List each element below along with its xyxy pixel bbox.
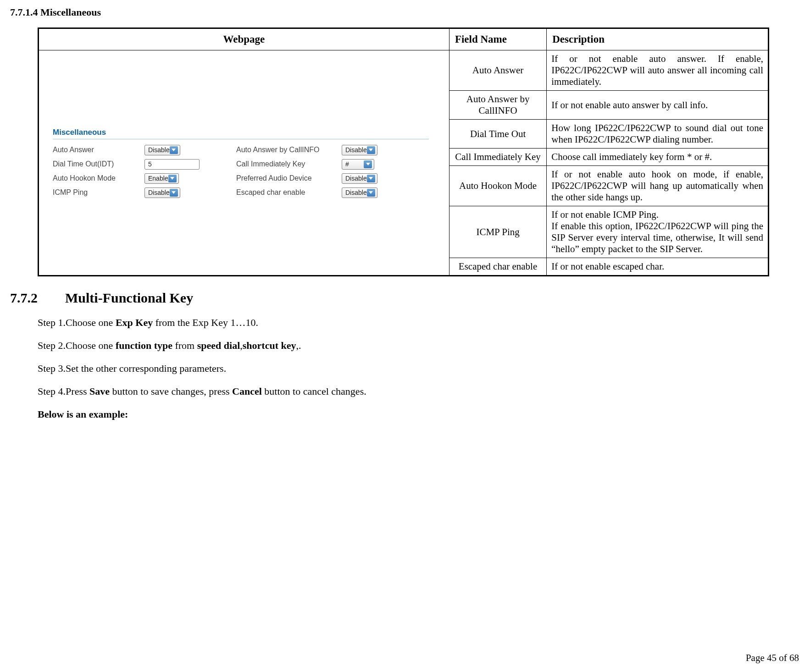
label-preferred-audio: Preferred Audio Device [236, 174, 342, 182]
step-4: Step 4.Press Save button to save changes… [38, 386, 800, 397]
heading-7-7-2: 7.7.2Multi-Functional Key [10, 290, 800, 306]
svg-marker-5 [172, 191, 176, 194]
svg-marker-1 [369, 149, 373, 151]
select-auto-hookon-value: Enable [148, 175, 168, 182]
misc-table: Webpage Field Name Description Miscellan… [38, 28, 769, 276]
step-1-text-a: Step 1.Choose one [38, 317, 116, 328]
heading-7-7-2-title: Multi-Functional Key [65, 290, 193, 305]
screenshot-section-title: Miscellaneous [53, 128, 429, 139]
label-auto-answer-callinfo: Auto Answer by CallINFO [236, 146, 342, 154]
svg-marker-3 [170, 177, 174, 180]
chevron-down-icon [364, 160, 372, 168]
step-2-text-c: from [172, 340, 197, 351]
select-auto-answer[interactable]: Disable [144, 145, 180, 155]
select-icmp-ping-value: Disable [148, 189, 170, 196]
desc-call-immediately-key: Choose call immediately key form * or #. [547, 149, 769, 166]
step-4-bold-b: Save [89, 386, 110, 397]
webpage-screenshot: Miscellaneous Auto Answer Disable Auto A… [44, 87, 438, 239]
select-escaped-char[interactable]: Disable [342, 187, 377, 198]
step-4-text-a: Step 4.Press [38, 386, 89, 397]
label-icmp-ping: ICMP Ping [53, 188, 144, 197]
desc-auto-answer-callinfo: If or not enable auto answer by call inf… [547, 91, 769, 120]
field-auto-answer-callinfo: Auto Answer by CallINFO [449, 91, 546, 120]
label-escaped-char: Escaped char enable [236, 188, 342, 197]
input-dial-time-out[interactable]: 5 [144, 159, 200, 170]
step-1-bold: Exp Key [116, 317, 153, 328]
desc-icmp-ping: If or not enable ICMP Ping. If enable th… [547, 206, 769, 258]
step-4-text-e: button to cancel changes. [262, 386, 366, 397]
heading-7-7-1-4: 7.7.1.4 Miscellaneous [10, 6, 800, 18]
step-2-bold-f: shortcut key [243, 340, 296, 351]
chevron-down-icon [168, 175, 177, 182]
below-example: Below is an example: [38, 408, 800, 420]
step-2-text-a: Step 2.Choose one [38, 340, 116, 351]
th-webpage: Webpage [39, 28, 449, 50]
chevron-down-icon [170, 146, 178, 154]
step-2-bold-d: speed dial [197, 340, 240, 351]
select-icmp-ping[interactable]: Disable [144, 187, 180, 198]
screenshot-form-grid: Auto Answer Disable Auto Answer by CallI… [53, 145, 429, 198]
page-footer: Page 45 of 68 [746, 652, 799, 664]
label-dial-time-out: Dial Time Out(IDT) [53, 160, 144, 168]
desc-auto-answer: If or not enable auto answer. If enable,… [547, 50, 769, 91]
webpage-screenshot-cell: Miscellaneous Auto Answer Disable Auto A… [39, 50, 449, 276]
select-auto-hookon[interactable]: Enable [144, 173, 179, 184]
field-dial-time-out: Dial Time Out [449, 120, 546, 149]
desc-auto-hookon: If or not enable auto hook on mode, if e… [547, 166, 769, 206]
chevron-down-icon [367, 175, 375, 182]
step-2-text-g: ,. [296, 340, 301, 351]
select-call-immediately-key[interactable]: # [342, 159, 374, 170]
field-auto-hookon: Auto Hookon Mode [449, 166, 546, 206]
svg-marker-0 [172, 149, 176, 151]
desc-dial-time-out: How long IP622C/IP622CWP to sound dial o… [547, 120, 769, 149]
field-escaped-char: Escaped char enable [449, 258, 546, 276]
svg-marker-2 [366, 163, 370, 165]
svg-marker-4 [369, 177, 373, 180]
heading-7-7-2-number: 7.7.2 [10, 290, 65, 306]
th-field: Field Name [449, 28, 546, 50]
step-4-bold-d: Cancel [232, 386, 262, 397]
step-2-bold-b: function type [116, 340, 172, 351]
field-icmp-ping: ICMP Ping [449, 206, 546, 258]
step-1: Step 1.Choose one Exp Key from the Exp K… [38, 317, 800, 329]
field-auto-answer: Auto Answer [449, 50, 546, 91]
label-auto-answer: Auto Answer [53, 146, 144, 154]
step-3: Step 3.Set the other corresponding param… [38, 363, 800, 375]
label-call-immediately-key: Call Immediately Key [236, 160, 342, 168]
chevron-down-icon [170, 189, 178, 197]
chevron-down-icon [367, 189, 375, 197]
select-auto-answer-callinfo[interactable]: Disable [342, 145, 377, 155]
field-call-immediately-key: Call Immediately Key [449, 149, 546, 166]
select-escaped-char-value: Disable [345, 189, 367, 196]
select-preferred-audio-value: Disable [345, 175, 367, 182]
select-call-immediately-key-value: # [345, 160, 364, 168]
select-auto-answer-callinfo-value: Disable [345, 146, 367, 154]
svg-marker-6 [369, 191, 373, 194]
chevron-down-icon [367, 146, 375, 154]
label-auto-hookon: Auto Hookon Mode [53, 174, 144, 182]
step-4-text-c: button to save changes, press [110, 386, 232, 397]
th-desc: Description [547, 28, 769, 50]
step-2: Step 2.Choose one function type from spe… [38, 340, 800, 352]
step-1-text-c: from the Exp Key 1…10. [153, 317, 258, 328]
desc-escaped-char: If or not enable escaped char. [547, 258, 769, 276]
select-auto-answer-value: Disable [148, 146, 170, 154]
select-preferred-audio[interactable]: Disable [342, 173, 377, 184]
